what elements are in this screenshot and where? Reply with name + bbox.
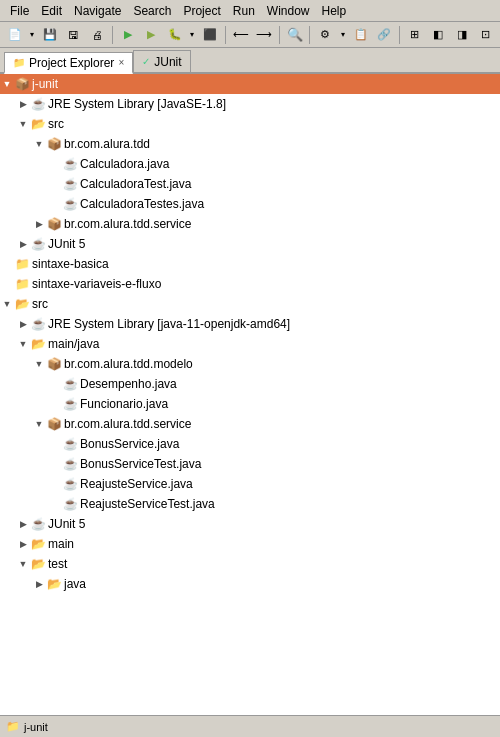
tree-item-calculadora-testes[interactable]: ☕CalculadoraTestes.java xyxy=(0,194,500,214)
tree-item-main-java[interactable]: ▼📂main/java xyxy=(0,334,500,354)
toolbar-extra3[interactable]: 🔗 xyxy=(373,25,395,45)
tree-item-br-com-alura-tdd[interactable]: ▼📦br.com.alura.tdd xyxy=(0,134,500,154)
toolbar-extra7[interactable]: ⊡ xyxy=(474,25,496,45)
tree-label-br-com-alura-tdd: br.com.alura.tdd xyxy=(64,137,150,151)
folder-open-icon: 📂 xyxy=(31,537,46,551)
tree-icon-funcionario: ☕ xyxy=(62,396,78,412)
tree-icon-java-folder: 📂 xyxy=(46,576,62,592)
toolbar-extra2[interactable]: 📋 xyxy=(350,25,372,45)
toolbar-save-all-btn[interactable]: 🖫 xyxy=(63,25,85,45)
toolbar-extra4[interactable]: ⊞ xyxy=(404,25,426,45)
java-icon: ☕ xyxy=(63,437,78,451)
tree-icon-reajuste-service-test: ☕ xyxy=(62,496,78,512)
tree-icon-sintaxe-basica: 📁 xyxy=(14,256,30,272)
tree-item-br-com-alura-tdd-modelo[interactable]: ▼📦br.com.alura.tdd.modelo xyxy=(0,354,500,374)
tree-item-junit5-2[interactable]: ▶☕JUnit 5 xyxy=(0,514,500,534)
tab-junit-label: JUnit xyxy=(154,55,181,69)
tree-label-junit5-2: JUnit 5 xyxy=(48,517,85,531)
toolbar-next-btn[interactable]: ⟶ xyxy=(253,25,275,45)
menu-search[interactable]: Search xyxy=(127,0,177,21)
tree-label-br-com-alura-tdd-service2: br.com.alura.tdd.service xyxy=(64,417,191,431)
toolbar-new-btn[interactable]: 📄 xyxy=(4,25,26,45)
toolbar-extra1[interactable]: ⚙ xyxy=(314,25,336,45)
toolbar-stop-btn[interactable]: ⬛ xyxy=(199,25,221,45)
tree-arrow-jre-system2: ▶ xyxy=(16,319,30,329)
tab-project-explorer[interactable]: 📁 Project Explorer × xyxy=(4,52,133,74)
tree-item-desempenho[interactable]: ☕Desempenho.java xyxy=(0,374,500,394)
tree-item-calculadora[interactable]: ☕Calculadora.java xyxy=(0,154,500,174)
project-explorer-icon: 📁 xyxy=(13,57,25,68)
toolbar-run-dropdown[interactable]: ▾ xyxy=(188,25,198,45)
tree-item-funcionario[interactable]: ☕Funcionario.java xyxy=(0,394,500,414)
tree-label-sintaxe-variaveis: sintaxe-variaveis-e-fluxo xyxy=(32,277,161,291)
tree-item-br-com-alura-tdd-service[interactable]: ▶📦br.com.alura.tdd.service xyxy=(0,214,500,234)
toolbar-run2-btn[interactable]: ▶ xyxy=(140,25,162,45)
toolbar-run-btn[interactable]: ▶ xyxy=(117,25,139,45)
tree-item-test-folder[interactable]: ▼📂test xyxy=(0,554,500,574)
toolbar-extra1-dropdown[interactable]: ▾ xyxy=(338,25,348,45)
tree-icon-test-folder: 📂 xyxy=(30,556,46,572)
tree-item-calculadora-test[interactable]: ☕CalculadoraTest.java xyxy=(0,174,500,194)
java-icon: ☕ xyxy=(63,397,78,411)
tree-icon-jre-system: ☕ xyxy=(30,96,46,112)
tree-item-jre-system[interactable]: ▶☕JRE System Library [JavaSE-1.8] xyxy=(0,94,500,114)
toolbar-extra6[interactable]: ◨ xyxy=(451,25,473,45)
tree-item-bonus-service[interactable]: ☕BonusService.java xyxy=(0,434,500,454)
tree-icon-jre-system2: ☕ xyxy=(30,316,46,332)
tree-icon-calculadora-test: ☕ xyxy=(62,176,78,192)
tree-item-j-unit-root[interactable]: ▼📦j-unit xyxy=(0,74,500,94)
tree-item-sintaxe-variaveis[interactable]: 📁sintaxe-variaveis-e-fluxo xyxy=(0,274,500,294)
tree-label-src2: src xyxy=(32,297,48,311)
tree-arrow-j-unit-root: ▼ xyxy=(0,79,14,89)
toolbar-debug-btn[interactable]: 🐛 xyxy=(164,25,186,45)
tree-label-jre-system2: JRE System Library [java-11-openjdk-amd6… xyxy=(48,317,290,331)
tree-label-calculadora: Calculadora.java xyxy=(80,157,169,171)
tree-label-jre-system: JRE System Library [JavaSE-1.8] xyxy=(48,97,226,111)
tree-item-jre-system2[interactable]: ▶☕JRE System Library [java-11-openjdk-am… xyxy=(0,314,500,334)
menu-help[interactable]: Help xyxy=(316,0,353,21)
tree-label-funcionario: Funcionario.java xyxy=(80,397,168,411)
toolbar-extra5[interactable]: ◧ xyxy=(427,25,449,45)
tree-item-br-com-alura-tdd-service2[interactable]: ▼📦br.com.alura.tdd.service xyxy=(0,414,500,434)
tree-item-java-folder[interactable]: ▶📂java xyxy=(0,574,500,594)
toolbar-prev-btn[interactable]: ⟵ xyxy=(230,25,252,45)
tree-icon-br-com-alura-tdd: 📦 xyxy=(46,136,62,152)
tree-icon-junit5-1: ☕ xyxy=(30,236,46,252)
tree-icon-desempenho: ☕ xyxy=(62,376,78,392)
toolbar-save-btn[interactable]: 💾 xyxy=(39,25,61,45)
explorer-panel: ▼📦j-unit▶☕JRE System Library [JavaSE-1.8… xyxy=(0,74,500,715)
toolbar-print-btn[interactable]: 🖨 xyxy=(86,25,108,45)
tree-arrow-main-folder: ▶ xyxy=(16,539,30,549)
tree-icon-main-java: 📂 xyxy=(30,336,46,352)
tree-item-src2[interactable]: ▼📂src xyxy=(0,294,500,314)
java-test-icon: ☕ xyxy=(63,197,78,211)
tree-item-reajuste-service[interactable]: ☕ReajusteService.java xyxy=(0,474,500,494)
menu-run[interactable]: Run xyxy=(227,0,261,21)
menu-project[interactable]: Project xyxy=(177,0,226,21)
toolbar-new-dropdown[interactable]: ▾ xyxy=(28,25,38,45)
package-icon: 📦 xyxy=(47,357,62,371)
tree-item-main-folder[interactable]: ▶📂main xyxy=(0,534,500,554)
tree-item-src[interactable]: ▼📂src xyxy=(0,114,500,134)
java-icon: ☕ xyxy=(63,157,78,171)
tab-project-explorer-label: Project Explorer xyxy=(29,56,114,70)
tree-item-junit5-1[interactable]: ▶☕JUnit 5 xyxy=(0,234,500,254)
toolbar-sep2 xyxy=(225,26,226,44)
tree-arrow-br-com-alura-tdd-service2: ▼ xyxy=(32,419,46,429)
jre-icon: ☕ xyxy=(31,237,46,251)
toolbar-search-btn[interactable]: 🔍 xyxy=(284,25,306,45)
menu-edit[interactable]: Edit xyxy=(35,0,68,21)
menu-navigate[interactable]: Navigate xyxy=(68,0,127,21)
tab-junit[interactable]: ✓ JUnit xyxy=(133,50,190,72)
toolbar-sep5 xyxy=(399,26,400,44)
tree-label-br-com-alura-tdd-service: br.com.alura.tdd.service xyxy=(64,217,191,231)
tree-arrow-java-folder: ▶ xyxy=(32,579,46,589)
tab-project-explorer-close[interactable]: × xyxy=(118,57,124,68)
tree-item-reajuste-service-test[interactable]: ☕ReajusteServiceTest.java xyxy=(0,494,500,514)
menu-file[interactable]: File xyxy=(4,0,35,21)
menu-window[interactable]: Window xyxy=(261,0,316,21)
toolbar-sep4 xyxy=(309,26,310,44)
tree-item-sintaxe-basica[interactable]: 📁sintaxe-basica xyxy=(0,254,500,274)
tree-item-bonus-service-test[interactable]: ☕BonusServiceTest.java xyxy=(0,454,500,474)
tree-icon-calculadora-testes: ☕ xyxy=(62,196,78,212)
